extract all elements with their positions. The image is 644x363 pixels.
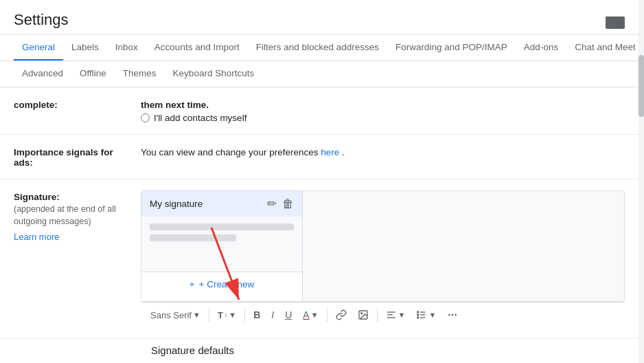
plus-icon: + bbox=[189, 279, 195, 289]
image-button[interactable] bbox=[354, 307, 373, 323]
page-title: Settings bbox=[14, 11, 69, 34]
link-button[interactable] bbox=[332, 307, 351, 323]
svg-point-14 bbox=[417, 311, 419, 313]
svg-point-15 bbox=[417, 314, 419, 316]
signature-defaults-section: Signature defaults bbox=[0, 338, 639, 359]
signature-label: Signature: (appended at the end of all o… bbox=[14, 190, 141, 242]
signature-editor-area: My signature ✏ 🗑 + + Create bbox=[141, 190, 625, 327]
preview-line-2 bbox=[150, 234, 236, 241]
font-dropdown-arrow: ▼ bbox=[193, 311, 200, 319]
signature-editor-right[interactable] bbox=[303, 191, 624, 301]
toolbar-sep-4 bbox=[377, 308, 378, 322]
create-new-button[interactable]: + + Create new bbox=[141, 272, 302, 296]
font-size-button[interactable]: T ↕ ▼ bbox=[214, 307, 240, 323]
svg-rect-5 bbox=[617, 22, 621, 26]
sub-nav: Advanced Offline Themes Keyboard Shortcu… bbox=[0, 61, 639, 87]
importance-label: Importance signals for ads: bbox=[14, 146, 141, 168]
align-dropdown-arrow: ▼ bbox=[398, 311, 406, 319]
settings-header: Settings bbox=[0, 0, 639, 35]
tab-themes[interactable]: Themes bbox=[115, 61, 165, 87]
importance-here-link[interactable]: here bbox=[321, 147, 339, 157]
more-options-button[interactable] bbox=[443, 307, 462, 323]
preview-line-1 bbox=[150, 223, 294, 230]
delete-icon[interactable]: 🗑 bbox=[282, 198, 294, 210]
signature-item-icons: ✏ 🗑 bbox=[267, 198, 294, 210]
edit-icon[interactable]: ✏ bbox=[267, 198, 277, 210]
tab-addons[interactable]: Add-ons bbox=[516, 35, 566, 61]
radio-add-contacts-input[interactable] bbox=[141, 113, 150, 122]
complete-description: them next time. bbox=[141, 100, 625, 110]
svg-rect-3 bbox=[606, 22, 610, 26]
tab-general[interactable]: General bbox=[14, 35, 63, 61]
toolbar-sep-3 bbox=[327, 308, 327, 322]
align-button[interactable]: ▼ bbox=[382, 307, 410, 323]
text-color-button[interactable]: A ▼ bbox=[299, 307, 322, 323]
tab-keyboard-shortcuts[interactable]: Keyboard Shortcuts bbox=[165, 61, 263, 87]
signature-list-item[interactable]: My signature ✏ 🗑 bbox=[141, 191, 302, 217]
signature-editor-container: My signature ✏ 🗑 + + Create bbox=[141, 190, 625, 302]
grid-icon[interactable] bbox=[606, 16, 625, 29]
complete-label: complete: bbox=[14, 98, 141, 110]
learn-more-link[interactable]: Learn more bbox=[14, 232, 127, 242]
complete-value: them next time. I'll add contacts myself bbox=[141, 98, 625, 123]
list-button[interactable]: ▼ bbox=[412, 307, 440, 323]
fontsize-dropdown-arrow: ▼ bbox=[229, 311, 236, 319]
svg-rect-4 bbox=[611, 22, 615, 26]
signature-defaults-title: Signature defaults bbox=[151, 344, 625, 356]
importance-signals-row: Importance signals for ads: You can view… bbox=[0, 135, 639, 179]
color-dropdown-arrow: ▼ bbox=[311, 311, 319, 319]
tab-accounts-and-import[interactable]: Accounts and Import bbox=[146, 35, 248, 61]
scrollbar[interactable] bbox=[639, 0, 644, 363]
underline-button[interactable]: U bbox=[281, 307, 296, 323]
tab-advanced[interactable]: Advanced bbox=[14, 61, 71, 87]
list-dropdown-arrow: ▼ bbox=[428, 311, 436, 319]
svg-point-17 bbox=[448, 314, 450, 316]
svg-rect-2 bbox=[617, 16, 621, 21]
font-family-selector[interactable]: Sans Serif ▼ bbox=[146, 307, 205, 323]
signature-toolbar: Sans Serif ▼ T ↕ ▼ B I U A ▼ bbox=[141, 302, 625, 327]
importance-value: You can view and change your preferences… bbox=[141, 146, 625, 157]
svg-point-19 bbox=[455, 314, 457, 316]
signature-section: Signature: (appended at the end of all o… bbox=[0, 179, 639, 338]
radio-add-contacts[interactable]: I'll add contacts myself bbox=[141, 113, 625, 123]
tab-filters[interactable]: Filters and blocked addresses bbox=[248, 35, 387, 61]
signature-name: My signature bbox=[150, 199, 267, 209]
svg-point-7 bbox=[360, 313, 362, 314]
main-nav: General Labels Inbox Accounts and Import… bbox=[0, 35, 639, 61]
tab-inbox[interactable]: Inbox bbox=[107, 35, 146, 61]
scrollbar-thumb[interactable] bbox=[639, 55, 644, 117]
svg-point-16 bbox=[417, 317, 419, 318]
signature-preview bbox=[141, 217, 302, 272]
svg-point-18 bbox=[452, 314, 454, 316]
tab-chat[interactable]: Chat and Meet bbox=[566, 35, 639, 61]
svg-rect-1 bbox=[611, 16, 615, 21]
toolbar-sep-1 bbox=[209, 308, 209, 322]
signature-list: My signature ✏ 🗑 + + Create bbox=[141, 191, 303, 301]
bold-button[interactable]: B bbox=[249, 307, 264, 323]
tab-forwarding[interactable]: Forwarding and POP/IMAP bbox=[387, 35, 516, 61]
toolbar-sep-2 bbox=[244, 308, 245, 322]
tab-offline[interactable]: Offline bbox=[71, 61, 115, 87]
svg-rect-0 bbox=[606, 16, 610, 21]
tab-labels[interactable]: Labels bbox=[63, 35, 107, 61]
email-address-label: EMAIL ADDRESS bbox=[0, 359, 639, 363]
complete-row: complete: them next time. I'll add conta… bbox=[0, 87, 639, 135]
italic-button[interactable]: I bbox=[267, 307, 278, 323]
